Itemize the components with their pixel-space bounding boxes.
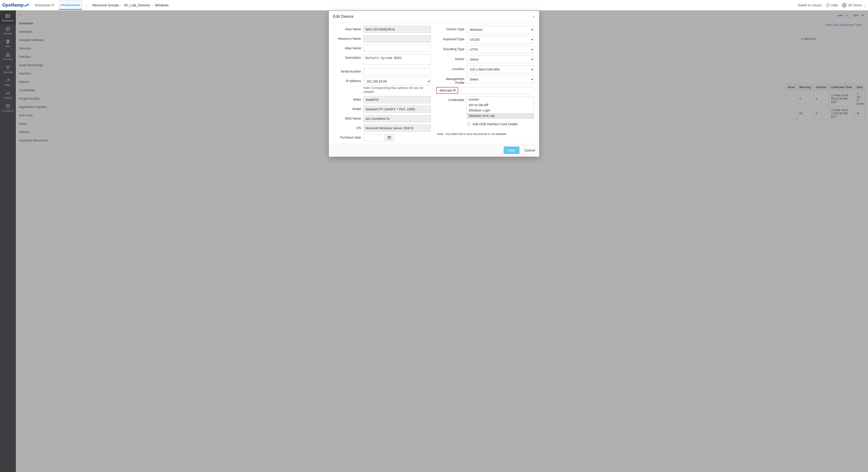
crumb-resource-groups[interactable]: Resource Groups [92,3,119,7]
logo: OpsRamp [2,2,29,8]
svg-marker-0 [24,4,29,6]
breadcrumb: Resource Groups › SC_Lab_Devices › Windo… [92,3,168,7]
top-bar: OpsRamp Enterprise IT Infrastructure ⌄ R… [0,0,868,10]
tab-enterprise-it[interactable]: Enterprise IT [33,1,56,9]
tab-infrastructure[interactable]: Infrastructure [59,0,82,10]
crumb-sc-lab-devices[interactable]: SC_Lab_Devices [124,3,150,7]
help-link[interactable]: Help [831,3,838,7]
user-menu[interactable]: SE Demo [848,3,862,7]
user-avatar-icon[interactable] [842,3,847,8]
crumb-windows[interactable]: Windows [155,3,168,7]
switch-to-classic-link[interactable]: Switch to Classic [798,3,822,7]
chevron-down-icon[interactable]: ⌄ [85,3,88,7]
chevron-down-icon[interactable]: ⌄ [863,3,866,7]
help-icon[interactable]: ? [826,3,830,7]
